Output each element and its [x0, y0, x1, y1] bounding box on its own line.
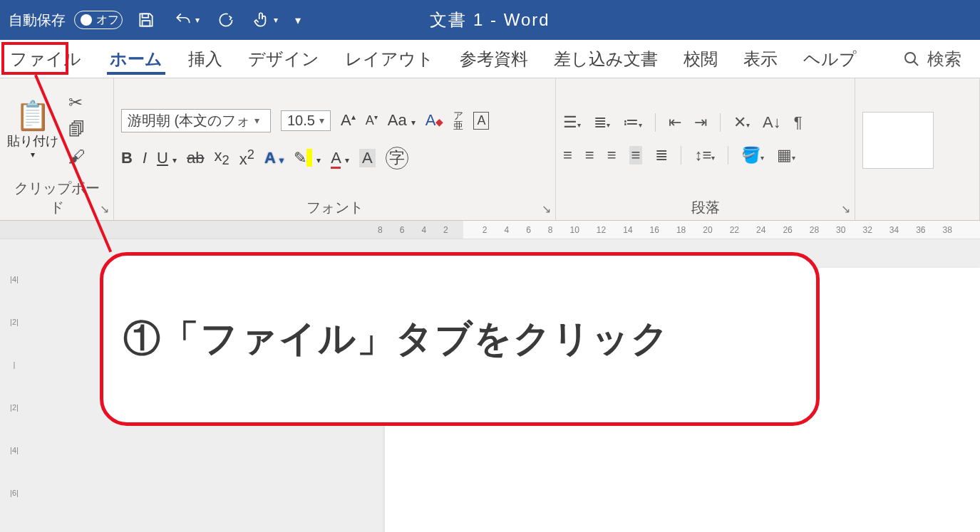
tab-mailings[interactable]: 差し込み文書 [551, 43, 661, 75]
subscript-button[interactable]: x2 [215, 147, 229, 168]
annotation-text: ①「ファイル」タブをクリック [123, 314, 670, 364]
ruler-tick: 8 [548, 225, 553, 235]
multilevel-icon[interactable]: ≔▾ [623, 113, 642, 132]
ruler-tick: 30 [836, 225, 845, 235]
ruler-tick: 2 [443, 225, 448, 235]
grow-font-icon[interactable]: A▴ [341, 111, 356, 130]
ruler-tick: 4 [421, 225, 426, 235]
ribbon: 📋 貼り付け ▾ ✂ 🗐 🖌 クリップボード ↘ 游明朝 (本文のフォ▾ 10.… [0, 78, 980, 221]
autosave-label: 自動保存 [9, 11, 66, 30]
ruler-tick: 6 [400, 225, 405, 235]
svg-point-3 [905, 53, 915, 63]
vruler-tick: |6| [0, 489, 29, 497]
quick-access-toolbar: ▾ ▾ ▾ [137, 11, 301, 29]
ruler-tick: 32 [862, 225, 872, 235]
align-left-icon[interactable]: ≡ [563, 146, 572, 165]
tab-insert[interactable]: 挿入 [185, 43, 225, 75]
bullets-icon[interactable]: ☰▾ [563, 113, 581, 132]
document-title: 文書 1 - Word [430, 9, 550, 31]
tab-review[interactable]: 校閲 [681, 43, 721, 75]
group-clipboard: 📋 貼り付け ▾ ✂ 🗐 🖌 クリップボード ↘ [0, 78, 114, 220]
search-label: 検索 [927, 48, 961, 71]
shrink-font-icon[interactable]: A▾ [366, 113, 378, 128]
tab-design[interactable]: デザイン [245, 43, 322, 75]
search-icon [903, 51, 920, 68]
save-icon[interactable] [137, 11, 155, 29]
dialog-launcher-icon[interactable]: ↘ [542, 202, 551, 216]
style-gallery[interactable] [862, 112, 934, 169]
annotation-callout: ①「ファイル」タブをクリック [100, 252, 820, 426]
ruler-tick: 18 [676, 225, 686, 235]
enclose-char-icon[interactable]: 字 [386, 147, 408, 169]
tab-layout[interactable]: レイアウト [342, 43, 437, 75]
svg-rect-0 [143, 14, 149, 17]
strike-button[interactable]: ab [187, 149, 204, 167]
group-styles [855, 78, 980, 220]
ruler-tick: 34 [889, 225, 899, 235]
borders-icon[interactable]: ▦▾ [777, 146, 795, 165]
dialog-launcher-icon[interactable]: ↘ [841, 202, 850, 216]
vruler-tick: |2| [0, 403, 29, 412]
bold-button[interactable]: B [121, 149, 133, 167]
line-spacing-icon[interactable]: ↕≡▾ [694, 146, 715, 165]
asian-layout-icon[interactable]: ✕▾ [733, 113, 750, 132]
vertical-ruler[interactable]: |4||2|||2||4||6||8| [0, 239, 29, 532]
indent-inc-icon[interactable]: ⇥ [694, 113, 707, 132]
ruler-tick: 38 [943, 225, 952, 235]
ruler-tick: 26 [783, 225, 792, 235]
horizontal-ruler[interactable]: 8642246810121416182022242628303234363842… [0, 221, 980, 239]
sort-icon[interactable]: A↓ [763, 113, 781, 132]
search-box[interactable]: 検索 [903, 48, 961, 71]
ruler-tick: 22 [730, 225, 739, 235]
ruler-tick: 12 [597, 225, 606, 235]
tab-references[interactable]: 参考資料 [457, 43, 531, 75]
tab-help[interactable]: ヘルプ [800, 43, 860, 75]
tab-home[interactable]: ホーム [107, 43, 165, 75]
touch-mode-icon[interactable]: ▾ [252, 11, 278, 29]
ruler-tick: 8 [378, 225, 383, 235]
undo-icon[interactable]: ▾ [172, 11, 200, 29]
ruler-tick: 14 [623, 225, 632, 235]
highlight-icon[interactable]: ✎ ▾ [294, 149, 321, 167]
autosave-toggle[interactable]: オフ [74, 11, 123, 29]
superscript-button[interactable]: x2 [239, 147, 254, 169]
autosave-control[interactable]: 自動保存 オフ [9, 11, 123, 30]
ruler-tick: 4 [504, 225, 509, 235]
copy-icon[interactable]: 🗐 [68, 120, 86, 140]
indent-dec-icon[interactable]: ⇤ [669, 113, 681, 132]
change-case-icon[interactable]: Aa ▾ [388, 111, 416, 130]
font-size-combo[interactable]: 10.5▾ [281, 110, 331, 131]
distribute-icon[interactable]: ≣ [655, 146, 668, 165]
font-name-combo[interactable]: 游明朝 (本文のフォ▾ [121, 109, 271, 132]
font-color-icon[interactable]: A ▾ [331, 149, 349, 167]
char-border-icon[interactable]: A [473, 112, 489, 130]
ruler-tick: 2 [483, 225, 488, 235]
align-center-icon[interactable]: ≡ [585, 146, 594, 165]
ruler-tick: 36 [916, 225, 925, 235]
ruler-tick: 28 [810, 225, 819, 235]
vruler-tick: |2| [0, 318, 29, 326]
char-shading-icon[interactable]: A [359, 149, 376, 167]
align-right-icon[interactable]: ≡ [607, 146, 617, 165]
cut-icon[interactable]: ✂ [68, 93, 86, 113]
clear-format-icon[interactable]: A◆ [425, 111, 444, 130]
show-marks-icon[interactable]: ¶ [794, 113, 803, 132]
ruler-tick: 6 [526, 225, 531, 235]
dialog-launcher-icon[interactable]: ↘ [100, 202, 109, 216]
paste-label: 貼り付け [7, 132, 58, 150]
redo-icon[interactable] [217, 11, 235, 29]
ruler-tick: 24 [756, 225, 765, 235]
numbering-icon[interactable]: ≣▾ [594, 113, 610, 132]
group-label-font: フォント ↘ [121, 195, 548, 219]
tab-view[interactable]: 表示 [741, 43, 780, 75]
group-label-clipboard: クリップボード ↘ [7, 176, 106, 219]
phonetic-icon[interactable]: ア亜 [453, 110, 463, 130]
justify-icon[interactable]: ≡ [629, 146, 643, 165]
qat-customize-icon[interactable]: ▾ [295, 14, 301, 27]
text-effect-icon[interactable]: A ▾ [264, 149, 284, 167]
italic-button[interactable]: I [143, 149, 147, 167]
underline-button[interactable]: U ▾ [157, 149, 177, 167]
ribbon-tabs: ファイル ホーム 挿入 デザイン レイアウト 参考資料 差し込み文書 校閲 表示… [0, 40, 980, 78]
svg-rect-1 [143, 21, 150, 26]
shading-icon[interactable]: 🪣▾ [741, 146, 764, 165]
